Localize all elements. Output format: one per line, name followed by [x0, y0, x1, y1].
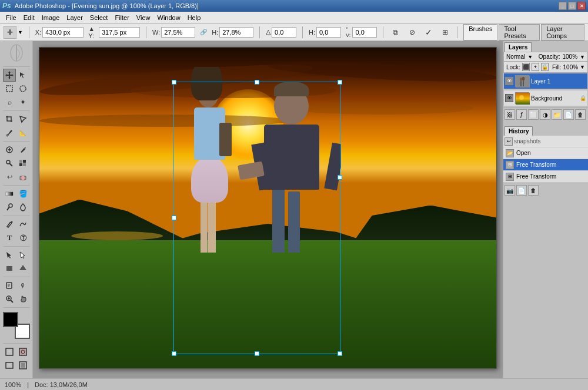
close-button[interactable]: ✕	[577, 2, 586, 10]
new-group-button[interactable]: 📁	[552, 109, 562, 120]
hand-tool[interactable]	[16, 292, 29, 305]
clone-tool[interactable]	[3, 157, 16, 170]
marquee-rect-tool[interactable]	[3, 82, 16, 95]
layer-row-layer1[interactable]: 👁 Layer 1	[503, 73, 588, 89]
w-input[interactable]	[161, 27, 195, 38]
history-item-open[interactable]: 📂 Open	[503, 147, 588, 159]
history-source-icon[interactable]: ↩	[505, 137, 513, 146]
eraser-tool[interactable]	[16, 170, 29, 183]
delete-layer-button[interactable]: 🗑	[575, 109, 586, 120]
history-panel: History ↩ snapshots 📂 Open ⊞ Free Transf…	[503, 125, 588, 197]
skew-h-input[interactable]	[316, 27, 341, 38]
add-style-button[interactable]: ƒ	[516, 109, 527, 120]
maximize-button[interactable]: □	[568, 2, 576, 10]
arrow-tool[interactable]	[16, 69, 29, 82]
menu-window[interactable]: Window	[154, 13, 184, 22]
new-layer-button[interactable]: 📄	[563, 109, 574, 120]
burn-tool[interactable]	[16, 201, 29, 214]
menu-select[interactable]: Select	[86, 13, 112, 22]
menu-view[interactable]: View	[133, 13, 154, 22]
y-input[interactable]	[99, 27, 140, 38]
menu-edit[interactable]: Edit	[20, 13, 38, 22]
lock-all-button[interactable]: 🔒	[541, 63, 549, 71]
quickmask-mode[interactable]	[16, 345, 29, 358]
delete-state-button[interactable]: 🗑	[528, 185, 539, 196]
audio-tool[interactable]: 🎙	[16, 279, 29, 292]
type-tool[interactable]: T	[3, 231, 16, 244]
zoom-tool[interactable]	[3, 292, 16, 305]
dropdown-arrow-icon[interactable]: ▼	[18, 29, 23, 35]
notes-tool[interactable]	[3, 279, 16, 292]
layer-visibility-eye-bg[interactable]: 👁	[505, 94, 513, 102]
opacity-dropdown-arrow[interactable]: ▼	[580, 54, 585, 60]
x-label: X:	[35, 29, 41, 36]
warp-icon[interactable]: ⊞	[439, 26, 451, 39]
svg-point-17	[11, 221, 13, 223]
menu-image[interactable]: Image	[38, 13, 64, 22]
spot-heal-tool[interactable]	[3, 143, 16, 156]
brush-tool[interactable]	[16, 143, 29, 156]
lasso-tool[interactable]: ⌕	[3, 96, 16, 109]
history-brush-tool[interactable]: ↩	[3, 170, 16, 183]
slice-tool[interactable]	[16, 113, 29, 126]
minimize-button[interactable]: _	[559, 2, 567, 10]
menu-filter[interactable]: Filter	[111, 13, 132, 22]
interpolation-icon[interactable]: ⧉	[389, 26, 401, 39]
paint-bucket-tool[interactable]: 🪣	[16, 187, 29, 200]
fill-dropdown-arrow[interactable]: ▼	[580, 64, 585, 70]
color-swatch[interactable]	[3, 312, 30, 339]
link-wh-icon[interactable]: 🔗	[200, 29, 207, 35]
menu-layer[interactable]: Layer	[63, 13, 86, 22]
tab-tool-presets[interactable]: Tool Presets	[499, 24, 540, 41]
history-item-transform1[interactable]: ⊞ Free Transform	[503, 159, 588, 171]
canvas[interactable]	[39, 47, 497, 369]
x-input[interactable]	[42, 27, 83, 38]
add-mask-button[interactable]: ⬜	[528, 109, 539, 120]
w-label: W:	[152, 29, 160, 36]
confirm-transform-icon[interactable]: ✓	[423, 26, 435, 39]
pen-tool[interactable]	[3, 218, 16, 231]
freeform-pen-tool[interactable]	[16, 218, 29, 231]
path-select-tool[interactable]	[3, 248, 16, 261]
magic-wand-tool[interactable]: ✦	[16, 96, 29, 109]
link-layers-button[interactable]: ⛓	[505, 109, 515, 120]
pattern-tool[interactable]	[16, 157, 29, 170]
eyedropper-tool[interactable]	[3, 126, 16, 139]
lock-position-button[interactable]: +	[532, 63, 539, 71]
menu-file[interactable]: File	[2, 13, 20, 22]
standard-mode[interactable]	[3, 345, 16, 358]
new-snapshot-button[interactable]: 📷	[505, 185, 515, 196]
screen-mode[interactable]	[3, 359, 16, 372]
rect-shape-tool[interactable]	[3, 262, 16, 275]
layers-panel: Layers Normal ▼ Opacity: 100% ▼ Lock: ⬛ …	[503, 41, 588, 122]
tab-layers[interactable]: Layers	[505, 42, 532, 52]
menu-help[interactable]: Help	[184, 13, 205, 22]
direct-select-tool[interactable]	[16, 248, 29, 261]
tab-layer-comps[interactable]: Layer Comps	[541, 24, 584, 41]
history-item-transform2[interactable]: ⊞ Free Transform	[503, 171, 588, 183]
h-input[interactable]	[219, 27, 253, 38]
type-vertical-tool[interactable]: Ⓣ	[16, 231, 29, 244]
svg-rect-26	[19, 348, 26, 355]
blend-mode-dropdown-arrow[interactable]: ▼	[527, 54, 533, 60]
tool-preset-picker[interactable]: ✛ ▼	[4, 26, 23, 39]
dodge-tool[interactable]	[3, 201, 16, 214]
tab-brushes[interactable]: Brushes	[463, 24, 497, 41]
move-tool[interactable]	[3, 69, 16, 82]
layer-visibility-eye[interactable]: 👁	[505, 77, 513, 85]
gradient-tool[interactable]	[3, 187, 16, 200]
skew-v-input[interactable]	[352, 27, 377, 38]
tab-history[interactable]: History	[505, 126, 533, 136]
cancel-transform-icon[interactable]: ⊘	[406, 26, 418, 39]
measure-tool[interactable]: 📐	[16, 126, 29, 139]
new-doc-from-state-button[interactable]: 📄	[516, 185, 527, 196]
marquee-ellipse-tool[interactable]	[16, 82, 29, 95]
new-adjustment-button[interactable]: ◑	[540, 109, 550, 120]
crop-tool[interactable]	[3, 113, 16, 126]
lock-pixels-button[interactable]: ⬛	[522, 63, 530, 71]
fullscreen-mode[interactable]	[16, 359, 29, 372]
custom-shape-tool[interactable]	[16, 262, 29, 275]
foreground-color-box[interactable]	[3, 312, 18, 327]
angle-input[interactable]	[272, 27, 296, 38]
layer-row-background[interactable]: 👁 Background 🔒	[503, 90, 588, 106]
